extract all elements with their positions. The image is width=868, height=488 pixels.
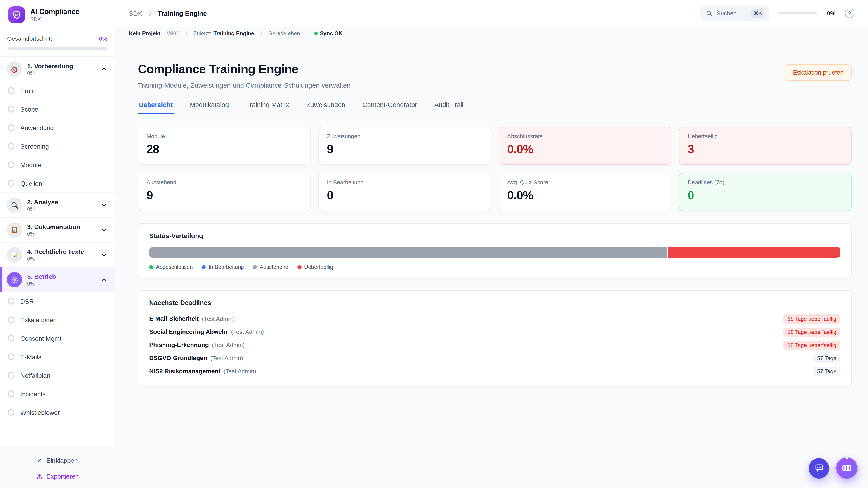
status-circle-icon (8, 316, 14, 323)
stat-card-zuweisungen: Zuweisungen9 (318, 127, 491, 165)
tab-content-generator[interactable]: Content-Generator (362, 100, 418, 114)
panel-columns-button[interactable] (835, 457, 858, 480)
sidebar-item-notfallplan[interactable]: Notfallplan (0, 366, 115, 385)
tab-uebersicht[interactable]: Uebersicht (138, 100, 174, 114)
export-label: Exportieren (46, 473, 79, 480)
deadline-module-name: NIS2 Risikomanagement (149, 368, 220, 375)
sidebar-item-label: Scope (20, 105, 38, 113)
stat-card-abschlussrate: Abschlussrate0.0% (499, 127, 671, 165)
status-circle-icon (8, 335, 14, 341)
status-circle-icon (8, 390, 14, 397)
status-circle-icon (8, 143, 14, 150)
stat-card-avg-quiz-score: Avg. Quiz-Score0.0% (499, 173, 671, 211)
stat-card-ausstehend: Ausstehend9 (138, 173, 311, 211)
legend-label: Abgeschlossen (156, 264, 193, 270)
sidebar-section-1[interactable]: 1. Vorbereitung0% (0, 57, 115, 81)
sidebar-item-module[interactable]: Module (0, 156, 115, 174)
sidebar-item-label: Eskalationen (20, 316, 57, 323)
brand[interactable]: AI Compliance SDK (0, 0, 115, 29)
breadcrumb: SDK Training Engine (129, 10, 207, 17)
sidebar-item-label: Module (20, 161, 41, 168)
topbar: SDK Training Engine Suchen... ⌘K 0% ? (115, 0, 868, 27)
sidebar-item-dsr[interactable]: DSR (0, 292, 115, 311)
tab-modulkatalog[interactable]: Modulkatalog (189, 100, 230, 114)
stat-value: 28 (147, 142, 302, 156)
columns-icon (841, 463, 852, 474)
status-circle-icon (8, 298, 14, 304)
stat-label: Zuweisungen (327, 133, 483, 140)
section-meta: 2. Analyse0% (27, 198, 95, 212)
stat-label: Module (147, 133, 302, 140)
export-button[interactable]: Exportieren (31, 470, 83, 483)
search-placeholder: Suchen... (717, 10, 747, 17)
nav-section: 2. Analyse0% (0, 193, 115, 217)
chat-bubble-icon (814, 463, 824, 473)
tab-audit-trail[interactable]: Audit Trail (433, 100, 464, 114)
sidebar-item-anwendung[interactable]: Anwendung (0, 119, 115, 137)
sidebar-item-eskalationen[interactable]: Eskalationen (0, 311, 115, 329)
deadline-module-name: Social Engineering Abwehr (149, 328, 228, 335)
nav-section: 3. Dokumentation0% (0, 217, 115, 242)
sidebar-item-label: E-Mails (20, 353, 41, 360)
status-circle-icon (8, 180, 14, 187)
sidebar-item-profil[interactable]: Profil (0, 81, 115, 100)
search-input[interactable]: Suchen... ⌘K (700, 6, 769, 21)
section-percent: 0% (27, 70, 95, 76)
section-percent: 0% (27, 281, 95, 287)
overall-progress-track (7, 47, 107, 50)
sidebar-item-scope[interactable]: Scope (0, 100, 115, 119)
sidebar-section-4[interactable]: 4. Rechtliche Texte0% (0, 242, 115, 267)
chevron-right-icon (147, 10, 153, 17)
sidebar-item-e-mails[interactable]: E-Mails (0, 348, 115, 366)
status-circle-icon (8, 87, 14, 94)
stat-card-ueberfaellig: Ueberfaellig3 (679, 127, 852, 165)
legend-item-ueberfaellig: Ueberfaellig (298, 264, 333, 270)
help-icon[interactable]: ? (845, 8, 855, 18)
stat-value: 0.0% (507, 142, 663, 156)
status-distribution-bar (149, 247, 840, 258)
floating-buttons (809, 457, 858, 480)
tab-training-matrix[interactable]: Training Matrix (245, 100, 290, 114)
collapse-sidebar-button[interactable]: « Einklappen (33, 453, 82, 467)
section-percent: 0% (27, 206, 95, 212)
separator: | (306, 30, 308, 37)
next-deadlines-card: Naechste Deadlines E-Mail-Sicherheit(Tes… (138, 290, 852, 386)
freshness: Gerade eben (268, 30, 300, 37)
sidebar-section-3[interactable]: 3. Dokumentation0% (0, 218, 115, 242)
sidebar-item-incidents[interactable]: Incidents (0, 385, 115, 403)
stat-label: Deadlines (7d) (688, 180, 843, 186)
sidebar-section-5[interactable]: 5. Betrieb0% (0, 267, 115, 292)
legend-dot-icon (298, 265, 302, 269)
shield-check-icon (8, 6, 25, 23)
status-circle-icon (8, 124, 14, 131)
sidebar-item-label: Screening (20, 142, 49, 150)
chevron-down-icon (100, 201, 107, 209)
search-icon (706, 10, 712, 17)
version-tag: V001 (167, 30, 179, 37)
legend-item-abgeschlossen: Abgeschlossen (149, 264, 193, 270)
status-distribution-card: Status-Verteilung AbgeschlossenIn Bearbe… (138, 223, 852, 278)
sidebar-item-label: Anwendung (20, 124, 54, 131)
check-escalation-button[interactable]: Eskalation pruefen (785, 64, 852, 81)
sidebar-item-quellen[interactable]: Quellen (0, 174, 115, 193)
sidebar-item-whistleblower[interactable]: Whistleblower (0, 403, 115, 422)
deadline-badge: 18 Tage ueberfaellig (783, 340, 840, 350)
stat-cards: Module28Zuweisungen9Abschlussrate0.0%Ueb… (138, 127, 852, 211)
tab-zuweisungen[interactable]: Zuweisungen (305, 100, 346, 114)
section-meta: 1. Vorbereitung0% (27, 62, 95, 76)
section-percent: 0% (27, 231, 95, 237)
sidebar-item-consent-mgmt[interactable]: Consent Mgmt (0, 329, 115, 348)
deadline-assignee: (Test Admin) (231, 328, 264, 335)
sidebar-item-screening[interactable]: Screening (0, 137, 115, 156)
deadline-row: E-Mail-Sicherheit(Test Admin)18 Tage ueb… (149, 312, 840, 325)
memo-pencil-icon (7, 247, 22, 263)
stat-value: 0 (327, 188, 483, 202)
sidebar-section-2[interactable]: 2. Analyse0% (0, 193, 115, 217)
chat-bubble-button[interactable] (809, 458, 829, 478)
chevron-up-icon (100, 66, 107, 73)
sync-ok-dot-icon (314, 32, 318, 35)
sidebar-item-label: Notfallplan (20, 372, 50, 379)
section-percent: 0% (27, 256, 95, 262)
stat-card-deadlines-7d-: Deadlines (7d)0 (679, 173, 852, 211)
breadcrumb-root[interactable]: SDK (129, 10, 143, 17)
